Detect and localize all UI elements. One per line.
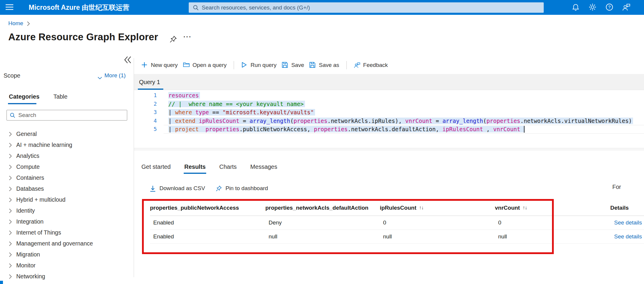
sidebar-category-monitor[interactable]: Monitor xyxy=(0,260,130,271)
global-search-box[interactable] xyxy=(189,2,544,13)
column-header-iprulescount[interactable]: ipRulesCount↑↓ xyxy=(380,205,495,211)
column-header-vnrcount[interactable]: vnrCount↑↓ xyxy=(495,205,610,211)
code-token xyxy=(192,109,195,115)
code-token: array_length xyxy=(250,118,290,124)
collapse-double-chevron-icon[interactable] xyxy=(123,56,132,65)
active-tab-underline xyxy=(8,103,36,104)
table-row: EnablednullnullnullSee details xyxy=(150,230,644,244)
table-cell: 0 xyxy=(495,219,610,226)
sidebar-category-compute[interactable]: Compute xyxy=(0,161,130,172)
category-label: Networking xyxy=(16,273,45,280)
code-lines: 1resources2// | where name == <your keyv… xyxy=(134,91,644,148)
azure-resource-graph-explorer-page: Microsoft Azure 由世纪互联运营 ? Home Azure Res… xyxy=(0,0,644,284)
scope-more-link[interactable]: More (1) xyxy=(98,72,126,79)
category-label: Identity xyxy=(16,207,35,214)
feedback-icon xyxy=(354,62,360,68)
search-icon xyxy=(193,5,199,11)
sidebar-category-databases[interactable]: Databases xyxy=(0,183,130,194)
code-token: vnrCount xyxy=(493,126,520,132)
chevron-right-icon xyxy=(9,165,12,169)
table-cell-details: See details xyxy=(610,219,644,226)
save-as-icon xyxy=(309,62,316,68)
settings-gear-icon[interactable] xyxy=(588,3,597,12)
help-icon[interactable]: ? xyxy=(605,3,614,12)
category-label: General xyxy=(16,131,37,137)
code-token: .publicNetworkAccess, xyxy=(239,126,314,132)
sidebar-category-ai-machine-learning[interactable]: AI + machine learning xyxy=(0,139,130,150)
sidebar-category-analytics[interactable]: Analytics xyxy=(0,150,130,161)
code-token: == xyxy=(212,109,219,115)
code-token: .networkAcls.virtualNetworkRules) xyxy=(520,118,632,124)
title-more-icon[interactable]: ··· xyxy=(183,33,192,41)
category-search-input[interactable] xyxy=(18,112,124,118)
chevron-right-icon xyxy=(9,143,12,147)
open-a-query-button[interactable]: Open a query xyxy=(183,62,227,68)
hamburger-icon[interactable] xyxy=(5,4,14,11)
pin-to-dashboard-button[interactable]: Pin to dashboard xyxy=(216,185,268,192)
tab-results[interactable]: Results xyxy=(184,162,206,174)
category-label: Compute xyxy=(16,163,40,170)
tab-get-started[interactable]: Get started xyxy=(141,162,171,174)
text-cursor xyxy=(524,126,524,133)
column-header-details: Details xyxy=(610,205,644,211)
tab-table[interactable]: Table xyxy=(53,93,67,100)
category-search-box[interactable] xyxy=(7,110,127,121)
chevron-right-icon xyxy=(9,252,12,257)
chevron-right-icon xyxy=(9,263,12,268)
code-token: resources xyxy=(168,92,199,99)
code-token: ( xyxy=(483,118,486,124)
scope-more-label: More (1) xyxy=(104,72,126,79)
code-token: properties xyxy=(314,126,348,132)
panel-splitter[interactable] xyxy=(134,148,644,150)
feedback-person-icon[interactable] xyxy=(622,3,630,12)
category-label: Databases xyxy=(16,185,44,192)
sidebar-category-management-and-governance[interactable]: Management and governance xyxy=(0,238,130,249)
sidebar-category-networking[interactable]: Networking xyxy=(0,271,130,282)
scroll-indicator xyxy=(0,281,3,284)
code-token xyxy=(196,118,199,124)
run-query-button[interactable]: Run query xyxy=(241,62,277,68)
see-details-link[interactable]: See details xyxy=(614,233,642,240)
chevron-right-icon xyxy=(9,274,12,279)
code-token: extend xyxy=(175,118,196,124)
sidebar-category-migration[interactable]: Migration xyxy=(0,249,130,260)
action-label: Download as CSV xyxy=(159,185,205,192)
tab-charts[interactable]: Charts xyxy=(219,162,237,174)
save-as-button[interactable]: Save as xyxy=(309,62,339,68)
see-details-link[interactable]: See details xyxy=(614,219,642,226)
query-tab[interactable]: Query 1 xyxy=(139,74,160,90)
tab-messages[interactable]: Messages xyxy=(250,162,277,174)
code-text: | project properties.publicNetworkAccess… xyxy=(168,125,524,134)
new-query-button[interactable]: New query xyxy=(141,62,178,68)
chevron-right-icon xyxy=(9,187,12,191)
sidebar-category-integration[interactable]: Integration xyxy=(0,216,130,227)
command-label: Feedback xyxy=(363,62,388,68)
download-icon xyxy=(150,185,156,192)
query-code-editor[interactable]: 1resources2// | where name == <your keyv… xyxy=(134,90,644,148)
sidebar-category-internet-of-things[interactable]: Internet of Things xyxy=(0,227,130,238)
selection-highlight: | where type == "microsoft.keyvault/vaul… xyxy=(168,109,314,115)
line-number: 1 xyxy=(134,91,157,100)
notifications-bell-icon[interactable] xyxy=(572,3,580,12)
category-label: Integration xyxy=(16,218,43,225)
breadcrumb-home-link[interactable]: Home xyxy=(8,20,23,27)
global-search-input[interactable] xyxy=(202,4,540,11)
code-line: 4| extend ipRulesCount = array_length(pr… xyxy=(134,117,644,125)
code-token: // | where name == <your keyvault name> xyxy=(168,101,304,107)
save-button[interactable]: Save xyxy=(282,62,304,68)
sidebar-category-containers[interactable]: Containers xyxy=(0,172,130,183)
breadcrumb: Home xyxy=(8,20,30,27)
pin-icon[interactable] xyxy=(169,36,177,43)
download-as-csv-button[interactable]: Download as CSV xyxy=(150,185,205,192)
page-title: Azure Resource Graph Explorer xyxy=(8,31,158,43)
sidebar-category-general[interactable]: General xyxy=(0,129,130,139)
code-token: = xyxy=(239,118,249,124)
sidebar-category-identity[interactable]: Identity xyxy=(0,205,130,216)
code-line: 5| project properties.publicNetworkAcces… xyxy=(134,125,644,134)
feedback-button[interactable]: Feedback xyxy=(354,62,388,68)
tab-categories[interactable]: Categories xyxy=(9,93,39,100)
code-token: "microsoft.keyvault/vaults" xyxy=(222,109,314,115)
sidebar-category-hybrid-multicloud[interactable]: Hybrid + multicloud xyxy=(0,194,130,205)
code-token: ( xyxy=(290,118,293,124)
code-text: | where type == "microsoft.keyvault/vaul… xyxy=(168,108,314,117)
